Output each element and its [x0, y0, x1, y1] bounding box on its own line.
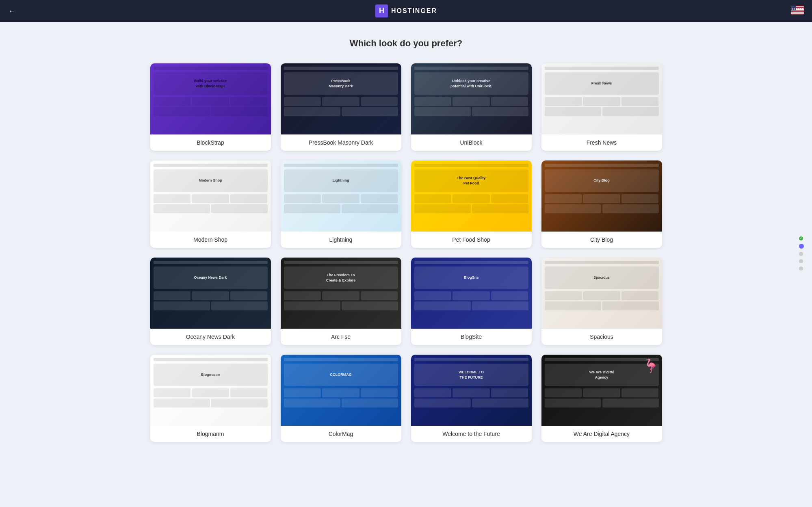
theme-preview-pet-food-shop: The Best Quality Pet Food: [411, 160, 532, 232]
theme-preview-blockstrap: Build your website with BlockStrap!: [150, 63, 271, 134]
theme-card-we-are-digital-agency[interactable]: 🦩 We Are Digital Agency We Are Digital A…: [541, 355, 662, 442]
hostinger-logo-icon: H: [375, 4, 388, 17]
theme-preview-colormag: COLORMAG: [281, 355, 401, 426]
theme-name-label-blogmanm: Blogmanm: [150, 426, 271, 442]
scroll-dot-4[interactable]: [799, 259, 803, 263]
theme-card-pet-food-shop[interactable]: The Best Quality Pet Food Pet Food Shop: [411, 160, 532, 248]
theme-preview-arc-fse: The Freedom To Create & Explore: [281, 258, 401, 329]
theme-card-welcome-future[interactable]: WELCOME TO THE FUTURE Welcome to the Fut…: [411, 355, 532, 442]
us-flag-icon: ★★★★★★: [791, 6, 804, 15]
svg-text:H: H: [379, 6, 384, 15]
theme-name-label-city-blog: City Blog: [541, 232, 662, 248]
theme-card-colormag[interactable]: COLORMAG ColorMag: [281, 355, 401, 442]
scroll-dots: ✓: [799, 236, 804, 271]
header: ← H HOSTINGER ★★★★★★: [0, 0, 812, 22]
theme-name-label-oceany-news-dark: Oceany News Dark: [150, 329, 271, 345]
svg-rect-6: [791, 11, 804, 11]
theme-card-lightning[interactable]: Lightning Lightning: [281, 160, 401, 248]
theme-card-oceany-news-dark[interactable]: Oceany News Dark Oceany News Dark: [150, 258, 271, 345]
theme-name-label-blockstrap: BlockStrap: [150, 134, 271, 151]
theme-name-label-fresh-news: Fresh News: [541, 134, 662, 151]
theme-card-blogsite[interactable]: BlogSite BlogSite: [411, 258, 532, 345]
theme-card-pressbook-masonry-dark[interactable]: PressBook Masonry Dark PressBook Masonry…: [281, 63, 401, 151]
theme-name-label-arc-fse: Arc Fse: [281, 329, 401, 345]
theme-preview-uniblock: Unblock your creative potential with Uni…: [411, 63, 532, 134]
theme-preview-blogsite: BlogSite: [411, 258, 532, 329]
theme-preview-spacious: Spacious: [541, 258, 662, 329]
brand-name-label: HOSTINGER: [391, 7, 437, 15]
scroll-dot-5[interactable]: [799, 266, 803, 271]
svg-text:★★★★★★: ★★★★★★: [791, 8, 803, 10]
theme-name-label-spacious: Spacious: [541, 329, 662, 345]
theme-card-fresh-news[interactable]: Fresh News Fresh News: [541, 63, 662, 151]
theme-card-arc-fse[interactable]: The Freedom To Create & Explore Arc Fse: [281, 258, 401, 345]
theme-card-blogmanm[interactable]: Blogmanm Blogmanm: [150, 355, 271, 442]
theme-preview-blogmanm: Blogmanm: [150, 355, 271, 426]
svg-rect-7: [791, 12, 804, 13]
theme-card-city-blog[interactable]: City Blog City Blog: [541, 160, 662, 248]
theme-preview-pressbook-masonry-dark: PressBook Masonry Dark: [281, 63, 401, 134]
theme-name-label-lightning: Lightning: [281, 232, 401, 248]
theme-card-spacious[interactable]: Spacious Spacious: [541, 258, 662, 345]
theme-card-blockstrap[interactable]: Build your website with BlockStrap! Bloc…: [150, 63, 271, 151]
svg-rect-8: [791, 13, 804, 14]
theme-preview-we-are-digital-agency: 🦩 We Are Digital Agency: [541, 355, 662, 426]
back-button[interactable]: ←: [8, 7, 15, 15]
language-flag[interactable]: ★★★★★★: [791, 6, 804, 16]
scroll-dot-1[interactable]: ✓: [799, 236, 803, 240]
themes-grid: Build your website with BlockStrap! Bloc…: [150, 63, 662, 442]
theme-preview-fresh-news: Fresh News: [541, 63, 662, 134]
theme-name-label-welcome-future: Welcome to the Future: [411, 426, 532, 442]
theme-preview-welcome-future: WELCOME TO THE FUTURE: [411, 355, 532, 426]
theme-name-label-blogsite: BlogSite: [411, 329, 532, 345]
theme-name-label-uniblock: UniBlock: [411, 134, 532, 151]
theme-card-modern-shop[interactable]: Modern Shop Modern Shop: [150, 160, 271, 248]
brand-logo: H HOSTINGER: [375, 4, 437, 17]
back-arrow-icon: ←: [8, 7, 15, 15]
scroll-dot-3[interactable]: [799, 252, 803, 256]
theme-preview-lightning: Lightning: [281, 160, 401, 232]
scroll-dot-2[interactable]: [799, 244, 804, 249]
theme-name-label-pressbook-masonry-dark: PressBook Masonry Dark: [281, 134, 401, 151]
theme-preview-oceany-news-dark: Oceany News Dark: [150, 258, 271, 329]
theme-name-label-we-are-digital-agency: We Are Digital Agency: [541, 426, 662, 442]
main-content: Which look do you prefer? Build your web…: [142, 22, 670, 466]
page-title: Which look do you prefer?: [150, 38, 662, 49]
theme-name-label-modern-shop: Modern Shop: [150, 232, 271, 248]
theme-name-label-pet-food-shop: Pet Food Shop: [411, 232, 532, 248]
theme-name-label-colormag: ColorMag: [281, 426, 401, 442]
theme-preview-city-blog: City Blog: [541, 160, 662, 232]
theme-card-uniblock[interactable]: Unblock your creative potential with Uni…: [411, 63, 532, 151]
theme-preview-modern-shop: Modern Shop: [150, 160, 271, 232]
